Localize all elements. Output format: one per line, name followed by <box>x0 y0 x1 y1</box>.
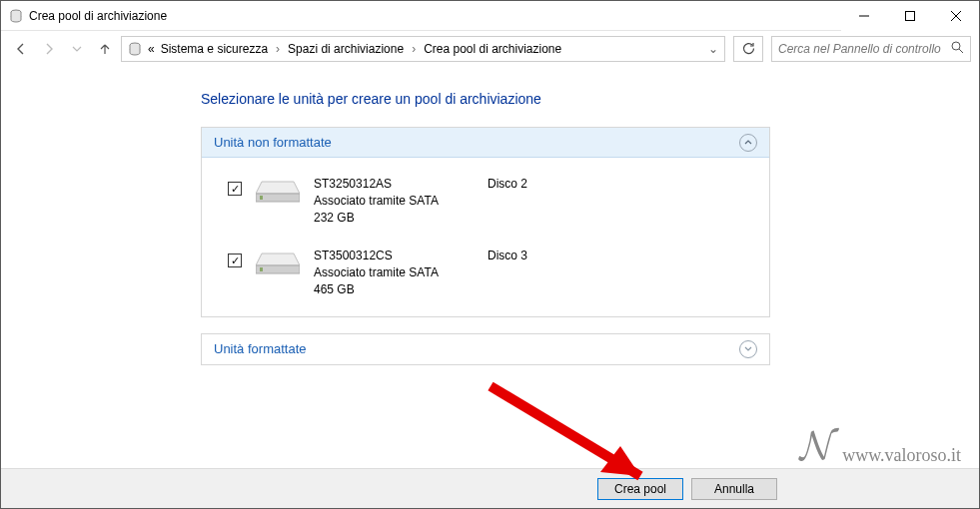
breadcrumb-prefix: « <box>148 42 155 56</box>
hard-drive-icon <box>256 178 300 204</box>
drive-info: ST3250312AS Associato tramite SATA 232 G… <box>314 176 474 226</box>
window-controls <box>841 1 979 31</box>
search-input[interactable]: Cerca nel Pannello di controllo <box>771 36 971 62</box>
address-bar[interactable]: « Sistema e sicurezza › Spazi di archivi… <box>121 36 725 62</box>
titlebar: Crea pool di archiviazione <box>1 1 979 31</box>
drive-size: 232 GB <box>314 210 474 227</box>
section-unformatted-header[interactable]: Unità non formattate <box>202 128 769 158</box>
address-dropdown-icon[interactable]: ⌄ <box>708 42 718 56</box>
nav-recent-dropdown[interactable] <box>65 37 89 61</box>
svg-marker-11 <box>256 254 300 265</box>
svg-rect-10 <box>260 196 263 200</box>
drive-checkbox[interactable]: ✓ <box>228 254 242 267</box>
chevron-right-icon: › <box>412 42 416 56</box>
search-placeholder: Cerca nel Pannello di controllo <box>778 42 941 56</box>
section-unformatted-body: ✓ ST3250312AS Associato tramite SATA 2 <box>202 158 769 316</box>
drive-row: ✓ ST3500312CS Associato tramite SATA 4 <box>228 248 757 297</box>
cancel-button[interactable]: Annulla <box>691 478 777 500</box>
drive-checkbox[interactable]: ✓ <box>228 182 242 196</box>
svg-rect-2 <box>906 11 915 20</box>
section-unformatted-title: Unità non formattate <box>214 135 332 150</box>
breadcrumb-item[interactable]: Spazi di archiviazione <box>288 42 404 56</box>
breadcrumb-item[interactable]: Sistema e sicurezza <box>161 42 268 56</box>
minimize-button[interactable] <box>841 1 887 31</box>
chevron-up-icon <box>739 134 757 152</box>
chevron-right-icon: › <box>276 42 280 56</box>
drive-row: ✓ ST3250312AS Associato tramite SATA 2 <box>228 176 757 226</box>
close-button[interactable] <box>933 1 979 31</box>
drive-info: ST3500312CS Associato tramite SATA 465 G… <box>314 248 474 297</box>
svg-rect-13 <box>260 267 263 271</box>
nav-forward-button[interactable] <box>37 37 61 61</box>
breadcrumb-item[interactable]: Crea pool di archiviazione <box>424 42 561 56</box>
hard-drive-icon <box>256 250 300 275</box>
drive-size: 465 GB <box>314 281 474 298</box>
section-formatted-header[interactable]: Unità formattate <box>202 334 769 364</box>
nav-up-button[interactable] <box>93 37 117 61</box>
window-title: Crea pool di archiviazione <box>29 9 167 23</box>
maximize-button[interactable] <box>887 1 933 31</box>
page: Selezionare le unità per creare un pool … <box>201 91 770 365</box>
footer: Crea pool Annulla <box>1 468 979 508</box>
content: Selezionare le unità per creare un pool … <box>1 67 979 468</box>
app-icon <box>9 9 23 23</box>
chevron-down-icon <box>739 340 757 358</box>
refresh-button[interactable] <box>733 36 763 62</box>
drive-connection: Associato tramite SATA <box>314 264 474 281</box>
section-unformatted: Unità non formattate ✓ <box>201 127 770 317</box>
address-icon <box>128 42 142 56</box>
window: Crea pool di archiviazione « Sistema e s… <box>0 0 980 509</box>
svg-marker-8 <box>256 182 300 194</box>
section-formatted-title: Unità formattate <box>214 341 307 356</box>
drive-model: ST3500312CS <box>314 248 474 264</box>
drive-connection: Associato tramite SATA <box>314 193 474 210</box>
drive-disk-label: Disco 3 <box>488 248 607 264</box>
svg-point-6 <box>952 42 960 50</box>
page-title: Selezionare le unità per creare un pool … <box>201 91 770 107</box>
create-pool-button[interactable]: Crea pool <box>597 478 683 500</box>
svg-line-7 <box>959 49 963 53</box>
search-icon <box>951 41 964 57</box>
drive-model: ST3250312AS <box>314 176 474 193</box>
navbar: « Sistema e sicurezza › Spazi di archivi… <box>1 31 979 67</box>
nav-back-button[interactable] <box>9 37 33 61</box>
drive-disk-label: Disco 2 <box>488 176 607 193</box>
section-formatted: Unità formattate <box>201 333 770 365</box>
